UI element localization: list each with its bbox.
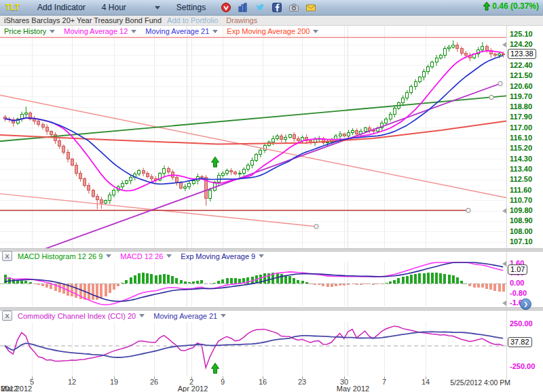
legend-moving-average-21[interactable]: Moving Average 21 [145,27,218,35]
chevron-down-icon [166,254,172,258]
moving-average-21 [5,56,503,184]
chevron-down-icon [139,314,145,317]
legend-exp-moving-average-200[interactable]: Exp Moving Average 200 [227,27,318,35]
price-axis-label: 108.00 [510,227,533,235]
scroll-right-button[interactable]: ❯ [520,298,531,310]
price-axis-label: 111.60 [510,186,531,194]
price-axis-label: 119.70 [510,92,532,100]
trendline-drawings [0,37,506,265]
time-tick-label: 19 [105,378,123,386]
price-axis-label: 118.80 [510,102,532,111]
price-axis-label: 121.50 [510,71,533,79]
cci-value-box: 37.82 [508,337,532,347]
price-axis-label: 124.20 [510,40,533,48]
time-tick-label: 26 [145,378,163,386]
twitter-icon[interactable] [255,2,265,13]
time-tick-label: 7 [375,378,393,386]
cci-panel [0,326,506,373]
close-macd-button[interactable]: X [2,251,12,261]
cci-axis-label: 250.00 [510,319,533,328]
price-axis-label: 117.00 [510,123,532,132]
legend-cci[interactable]: Commodity Channel Index (CCI) 20 [18,312,145,320]
macd-axis-label: -0.80 [510,289,527,297]
legend-macd-histogram[interactable]: MACD Histogram 12 26 9 [18,252,111,260]
price-axis-label: 116.10 [510,134,532,142]
chevron-down-icon [106,254,111,258]
chart-canvas[interactable] [0,0,543,392]
axis-marker [502,208,506,214]
add-indicator-button[interactable]: Add Indicator [37,3,86,12]
cci-axis-label: -250.00 [510,362,535,370]
price-axis-label: 115.20 [510,144,532,152]
legend-cci-ma[interactable]: Moving Average 21 [153,312,226,320]
interval-dropdown[interactable]: 4 Hour [102,3,160,12]
price-axis-label: 125.10 [510,30,533,38]
community-icon[interactable] [238,2,248,13]
price-axis-label: 107.10 [510,237,533,246]
month-label: May 2012 [332,385,374,392]
price-axis-label: 108.90 [510,216,533,224]
chevron-down-icon [131,30,136,33]
price-axis-label: 110.70 [510,196,532,204]
legend-macd-signal[interactable]: Exp Moving Average 9 [181,252,264,260]
axis-marker [502,42,506,47]
axis-marker [502,261,506,267]
price-axis-label: 117.90 [510,113,532,121]
axis-marker [502,300,506,306]
price-axis-label: 120.60 [510,82,533,90]
cci-legend: X Commodity Channel Index (CCI) 20 Movin… [0,311,235,321]
last-price-box: 123.38 [508,49,536,59]
chevron-down-icon [212,30,218,33]
drawings-menu[interactable]: Drawings [226,16,257,24]
price-axis-label: 112.50 [510,175,532,183]
legend-price-history[interactable]: Price History [4,27,55,35]
symbol-label: TLT [5,3,20,12]
add-to-portfolio-link[interactable]: Add to Portfolio [167,16,218,24]
gridlines [0,26,507,379]
macd-legend: X MACD Histogram 12 26 9 MACD 12 26 Exp … [0,251,273,261]
price-panel [0,37,506,265]
price-legend: Price History Moving Average 12 Moving A… [4,27,327,35]
time-tick-label: 9 [214,378,231,386]
fund-name: iShares Barclays 20+ Year Treasury Bond … [4,16,162,24]
chevron-down-icon [221,314,226,317]
legend-macd[interactable]: MACD 12 26 [120,252,172,260]
chevron-down-icon [259,254,264,258]
legend-moving-average-12[interactable]: Moving Average 12 [64,27,136,35]
time-tick-label: 12 [63,378,81,386]
interval-value: 4 Hour [102,3,126,12]
last-update-label: 5/25/2012 4:00 PM [434,378,510,387]
down-trendline-long [0,95,506,197]
up-arrow-icon [483,1,491,11]
up-trendline-violet [0,83,500,265]
toolbar-icons [221,2,316,13]
buy-signal-arrow [212,363,219,373]
up-trendline-green [0,96,506,141]
macd-axis-label: 0.00 [510,279,524,287]
chevron-down-icon [155,6,160,9]
mail-icon[interactable] [305,2,316,13]
time-tick-label: 16 [254,378,272,386]
change-value: 0.46 (0.37%) [492,1,539,11]
close-cci-button[interactable]: X [2,311,12,321]
time-tick-label: 14 [417,378,434,386]
chevron-down-icon [50,30,55,33]
charting-application: TLT Add Indicator 4 Hour Settings [0,0,543,392]
macd-value-box: 1.07 [508,264,527,275]
price-axis-label: 109.80 [510,206,533,214]
settings-button[interactable]: Settings [176,3,206,12]
symbol-subbar: iShares Barclays 20+ Year Treasury Bond … [0,16,543,26]
macd-panel [0,262,506,305]
price-axis-label: 122.40 [510,61,533,69]
cci-ma-line [5,332,503,357]
top-toolbar: TLT Add Indicator 4 Hour Settings [0,0,543,16]
time-tick-label: 23 [293,378,311,386]
chevron-down-icon [313,30,318,33]
price-axis-label: 114.30 [510,155,532,163]
facebook-icon[interactable] [272,2,282,13]
alerts-icon[interactable] [221,2,231,13]
snapshot-icon[interactable] [288,2,299,13]
price-change-indicator: 0.46 (0.37%) [483,1,539,11]
month-label: Mar 2012 [0,385,37,392]
month-label: Apr 2012 [172,385,214,392]
